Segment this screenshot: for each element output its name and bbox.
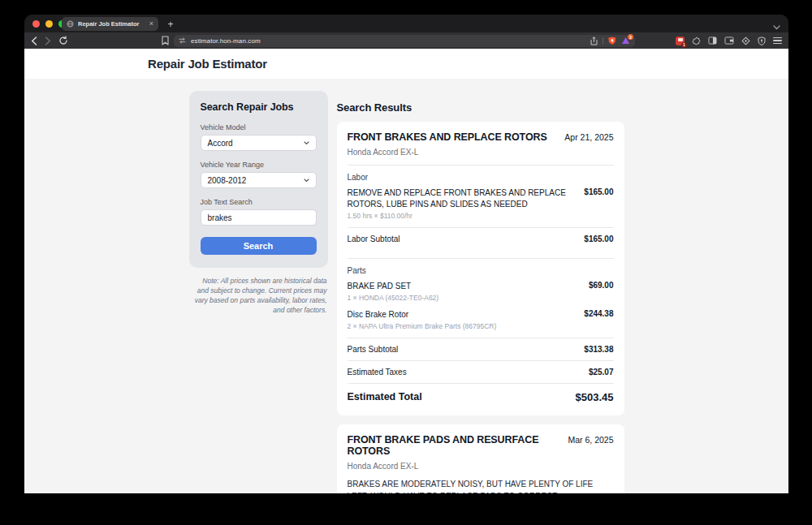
- total-row: Estimated Total $503.45: [348, 383, 614, 405]
- part-item-price: $69.00: [589, 281, 614, 292]
- part-item-desc: BRAKE PAD SET: [348, 281, 412, 292]
- chevron-right-icon: [45, 37, 51, 45]
- rewards-button[interactable]: 3: [621, 37, 630, 45]
- job-description: BRAKES ARE MODERATELY NOISY, BUT HAVE PL…: [348, 479, 614, 493]
- result-card: FRONT BRAKE PADS AND RESURFACE ROTORS Ma…: [337, 424, 624, 493]
- extension-button[interactable]: 1: [676, 37, 685, 45]
- back-button[interactable]: [31, 37, 37, 45]
- job-title: FRONT BRAKE PADS AND RESURFACE ROTORS: [348, 434, 560, 457]
- labor-item-price: $165.00: [584, 187, 613, 210]
- job-date: Apr 21, 2025: [564, 132, 613, 142]
- vehicle-model-label: Vehicle Model: [201, 123, 317, 131]
- labor-item-meta: 1.50 hrs × $110.00/hr: [348, 212, 614, 220]
- part-item-desc: Disc Brake Rotor: [348, 309, 409, 321]
- share-icon: [590, 37, 598, 45]
- parts-subtotal-label: Parts Subtotal: [348, 345, 399, 354]
- bookmarks-button[interactable]: [162, 36, 169, 45]
- wallet-icon: [724, 37, 734, 45]
- tab-bar: Repair Job Estimator × +: [24, 15, 788, 32]
- sparkle-diamond-icon: [741, 37, 750, 45]
- page-header: Repair Job Estimator: [24, 49, 788, 79]
- part-item-meta: 1 × HONDA (45022-TE0-A62): [348, 294, 614, 302]
- job-text-search-input[interactable]: [201, 209, 317, 226]
- chevron-down-icon: [773, 25, 780, 30]
- part-item-price: $244.38: [584, 309, 613, 321]
- vehicle-model-select[interactable]: Accord: [201, 135, 317, 151]
- ai-assistant-button[interactable]: [741, 37, 750, 45]
- close-tab-icon[interactable]: ×: [149, 20, 153, 28]
- tab-overflow-button[interactable]: [773, 19, 780, 33]
- job-title: FRONT BRAKES AND REPLACE ROTORS: [348, 131, 547, 143]
- minimize-window-button[interactable]: [45, 20, 53, 28]
- labor-subtotal-row: Labor Subtotal $165.00: [348, 227, 614, 250]
- labor-item-desc: REMOVE AND REPLACE FRONT BRAKES AND REPL…: [348, 187, 575, 210]
- extension-badge: 1: [681, 42, 687, 48]
- shield-badge-icon: [758, 37, 766, 45]
- browser-window: Repair Job Estimator × +: [24, 15, 788, 493]
- brave-shield-icon: [608, 37, 616, 45]
- labor-subtotal-label: Labor Subtotal: [348, 235, 400, 243]
- reload-button[interactable]: [58, 36, 68, 45]
- toolbar-divider: [603, 37, 603, 45]
- web-page: Repair Job Estimator Search Repair Jobs …: [24, 49, 788, 493]
- window-controls: [32, 20, 66, 28]
- search-panel: Search Repair Jobs Vehicle Model Accord …: [189, 91, 328, 268]
- browser-tab[interactable]: Repair Job Estimator ×: [62, 17, 158, 31]
- rewards-badge: 3: [628, 34, 633, 40]
- year-range-label: Vehicle Year Range: [201, 161, 317, 169]
- vpn-shield-button[interactable]: [758, 37, 766, 45]
- parts-subtotal-value: $313.38: [584, 345, 613, 354]
- forward-button[interactable]: [45, 37, 51, 45]
- search-results-title: Search Results: [337, 101, 624, 114]
- parts-section-label: Parts: [348, 266, 614, 275]
- sidebar-icon: [708, 37, 717, 45]
- site-settings-icon: [179, 37, 186, 44]
- new-tab-button[interactable]: +: [164, 17, 177, 31]
- address-bar[interactable]: estimator.hon-man.com: [174, 35, 635, 47]
- pricing-note: Note: All prices shown are historical da…: [189, 277, 328, 316]
- year-range-value: 2008-2012: [208, 176, 247, 185]
- share-button[interactable]: [590, 37, 598, 45]
- taxes-label: Estimated Taxes: [348, 368, 407, 377]
- labor-line-item: REMOVE AND REPLACE FRONT BRAKES AND REPL…: [348, 187, 614, 210]
- labor-section-label: Labor: [348, 173, 614, 182]
- taxes-value: $25.07: [589, 368, 614, 377]
- vehicle-name: Honda Accord EX-L: [348, 148, 614, 157]
- globe-favicon-icon: [67, 20, 74, 28]
- menu-button[interactable]: [773, 37, 782, 44]
- result-card: FRONT BRAKES AND REPLACE ROTORS Apr 21, …: [337, 122, 624, 415]
- total-label: Estimated Total: [348, 391, 422, 403]
- vehicle-name: Honda Accord EX-L: [348, 462, 614, 471]
- wallet-button[interactable]: [724, 37, 734, 45]
- puzzle-icon: [692, 37, 701, 45]
- vehicle-model-value: Accord: [208, 139, 233, 148]
- page-title: Repair Job Estimator: [148, 57, 267, 71]
- hamburger-icon: [773, 37, 782, 38]
- search-panel-title: Search Repair Jobs: [201, 101, 317, 113]
- chevron-down-icon: [304, 179, 309, 183]
- reload-icon: [58, 36, 68, 45]
- job-date: Mar 6, 2025: [568, 435, 613, 445]
- extensions-menu-button[interactable]: [692, 37, 701, 45]
- close-window-button[interactable]: [32, 20, 40, 28]
- chevron-down-icon: [304, 141, 309, 145]
- parts-subtotal-row: Parts Subtotal $313.38: [348, 338, 614, 360]
- search-button[interactable]: Search: [201, 237, 317, 255]
- browser-toolbar: estimator.hon-man.com: [24, 32, 788, 49]
- job-text-search-label: Job Text Search: [201, 198, 317, 206]
- sidebar-toggle-button[interactable]: [708, 37, 717, 45]
- brave-shields-button[interactable]: [608, 37, 616, 45]
- taxes-row: Estimated Taxes $25.07: [348, 360, 614, 383]
- bookmark-icon: [162, 36, 169, 45]
- total-value: $503.45: [576, 391, 614, 403]
- tab-title: Repair Job Estimator: [78, 20, 145, 28]
- year-range-select[interactable]: 2008-2012: [201, 172, 317, 188]
- url-text: estimator.hon-man.com: [191, 37, 261, 45]
- labor-subtotal-value: $165.00: [584, 235, 613, 243]
- part-line-item: Disc Brake Rotor $244.38: [348, 309, 614, 321]
- part-item-meta: 2 × NAPA Ultra Premium Brake Parts (8679…: [348, 322, 614, 330]
- part-line-item: BRAKE PAD SET $69.00: [348, 281, 614, 292]
- chevron-left-icon: [31, 37, 37, 45]
